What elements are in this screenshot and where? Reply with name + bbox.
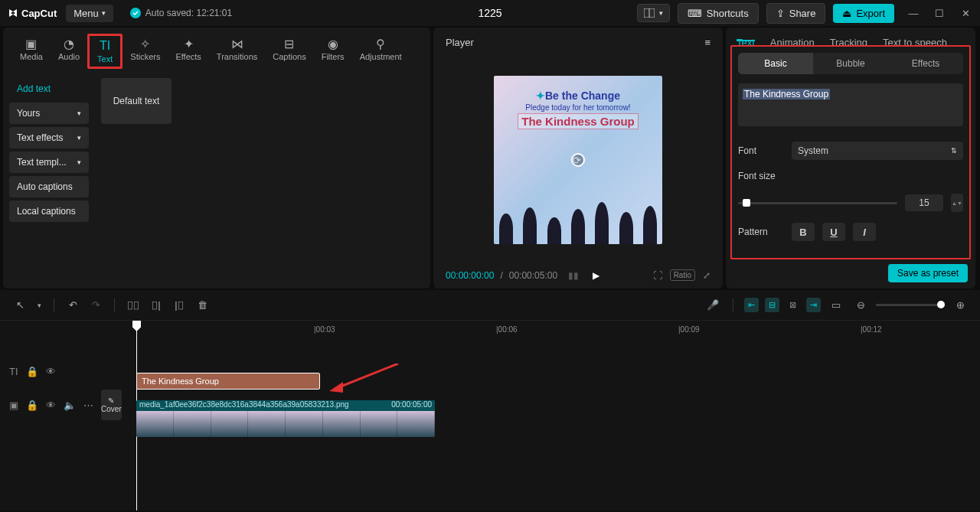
tab-media[interactable]: ▣Media <box>12 34 51 69</box>
close-button[interactable]: ✕ <box>959 8 972 18</box>
properties-panel: Text Animation Tracking Text to speech B… <box>726 28 975 289</box>
timeline-media-clip[interactable]: media_1af0ee36f2c38e8dc316a3844a356a39a0… <box>136 400 435 437</box>
sidebar-auto-captions[interactable]: Auto captions <box>9 176 89 197</box>
subtab-bubble[interactable]: Bubble <box>813 53 888 74</box>
split-tool[interactable]: ⌷⌷ <box>124 296 142 315</box>
sidebar-yours[interactable]: Yours▾ <box>9 103 89 124</box>
font-label: Font <box>738 145 784 156</box>
share-icon: ⇪ <box>776 8 785 19</box>
lock-icon[interactable]: 🔒 <box>26 399 38 411</box>
export-button[interactable]: ⏏Export <box>833 4 894 23</box>
player-menu-icon[interactable]: ≡ <box>704 37 710 48</box>
mic-icon[interactable]: 🎤 <box>704 296 722 315</box>
tab-filters[interactable]: ◉Filters <box>314 34 352 69</box>
player-panel: Player ≡ ✦Be the Change Pledge today for… <box>433 28 723 289</box>
scale-icon[interactable]: ⛶ <box>653 270 662 281</box>
rp-tab-tracking[interactable]: Tracking <box>830 37 867 38</box>
time-current: 00:00:00:00 <box>446 270 494 281</box>
fontsize-stepper[interactable]: ▲▼ <box>951 194 963 212</box>
trim-right-tool[interactable]: |⌷ <box>170 296 188 315</box>
audio-icon: ◔ <box>64 37 74 51</box>
play-button[interactable]: ▶ <box>593 270 599 281</box>
rp-tab-animation[interactable]: Animation <box>770 37 815 38</box>
quality-icon[interactable]: ▮▮ <box>568 270 579 281</box>
rp-tab-tts[interactable]: Text to speech <box>883 37 947 38</box>
player-viewport[interactable]: ✦Be the Change Pledge today for her tomo… <box>433 57 723 262</box>
shortcuts-button[interactable]: ⌨Shortcuts <box>678 3 759 24</box>
timeline-text-clip[interactable]: The Kindness Group <box>136 373 320 390</box>
tab-text[interactable]: TIText <box>87 34 122 69</box>
bold-button[interactable]: B <box>792 223 815 241</box>
zoom-out[interactable]: ⊖ <box>851 296 870 315</box>
zoom-slider[interactable] <box>876 304 945 306</box>
preview-toggle[interactable]: ▭ <box>827 296 845 315</box>
canvas-text-layer[interactable]: The Kindness Group <box>518 113 639 129</box>
snap-toggle-1[interactable]: ⇤ <box>744 298 759 312</box>
player-label: Player <box>446 37 474 48</box>
ratio-button[interactable]: Ratio <box>670 269 695 281</box>
sidebar-add-text[interactable]: Add text <box>9 78 89 99</box>
sidebar-local-captions[interactable]: Local captions <box>9 201 89 222</box>
font-select[interactable]: System⇅ <box>792 142 963 160</box>
media-track-head: ▣ 🔒 👁 🔈 ⋯ ✎Cover <box>0 383 100 426</box>
maximize-button[interactable]: ☐ <box>933 8 946 18</box>
export-icon: ⏏ <box>842 8 851 19</box>
project-title: 1225 <box>478 7 501 19</box>
layout-button[interactable]: ▾ <box>637 4 670 22</box>
autosave-status: Auto saved: 12:21:01 <box>130 8 232 18</box>
share-button[interactable]: ⇪Share <box>766 3 826 24</box>
tab-stickers[interactable]: ✧Stickers <box>122 34 168 69</box>
fontsize-input[interactable]: 15 <box>905 194 943 211</box>
fontsize-slider[interactable] <box>738 202 897 204</box>
effects-icon: ✦ <box>184 37 194 51</box>
snap-toggle-2[interactable]: ⊟ <box>765 298 779 312</box>
media-track-icon: ▣ <box>9 399 18 411</box>
zoom-in[interactable]: ⊕ <box>951 296 969 315</box>
eye-icon[interactable]: 👁 <box>46 399 56 411</box>
transitions-icon: ⋈ <box>231 37 243 51</box>
save-preset-button[interactable]: Save as preset <box>888 264 968 282</box>
eye-icon[interactable]: 👁 <box>46 366 56 377</box>
tab-adjustment[interactable]: ⚲Adjustment <box>352 34 410 69</box>
delete-tool[interactable]: 🗑 <box>193 296 211 315</box>
undo-button[interactable]: ↶ <box>64 296 82 315</box>
select-tool[interactable]: ↖ <box>11 296 29 315</box>
canvas-subtitle: Pledge today for her tomorrow! <box>525 103 630 112</box>
text-track-icon: TI <box>9 366 18 377</box>
preset-default-text[interactable]: Default text <box>101 78 172 124</box>
underline-button[interactable]: U <box>822 223 845 241</box>
italic-button[interactable]: I <box>853 223 876 241</box>
fullscreen-icon[interactable]: ⤢ <box>703 270 710 281</box>
more-icon[interactable]: ⋯ <box>83 399 93 411</box>
snap-toggle-4[interactable]: ⇥ <box>806 298 821 312</box>
fontsize-label: Font size <box>738 171 963 181</box>
minimize-button[interactable]: — <box>906 8 920 18</box>
rp-tab-text[interactable]: Text <box>737 37 755 41</box>
snap-toggle-3[interactable]: ⊠ <box>786 298 800 312</box>
menu-button[interactable]: Menu▾ <box>66 5 113 22</box>
canvas-title: ✦Be the Change <box>536 90 620 102</box>
text-track-head: TI 🔒 👁 <box>0 359 100 383</box>
select-tool-dropdown[interactable]: ▾ <box>34 296 44 315</box>
redo-button[interactable]: ↷ <box>87 296 105 315</box>
lock-icon[interactable]: 🔒 <box>26 366 38 377</box>
trim-left-tool[interactable]: ⌷| <box>147 296 165 315</box>
sidebar-text-templates[interactable]: Text templ...▾ <box>9 152 89 173</box>
rotate-handle[interactable]: ⟳ <box>571 153 585 167</box>
timeline-ruler[interactable]: |00:03 |00:06 |00:09 |00:12 <box>100 321 980 339</box>
tab-effects[interactable]: ✦Effects <box>168 34 208 69</box>
canvas-image <box>494 198 662 244</box>
text-content-input[interactable]: The Kindness Group <box>738 83 963 126</box>
tab-transitions[interactable]: ⋈Transitions <box>209 34 265 69</box>
app-logo: CapCut <box>8 8 57 19</box>
sidebar-text-effects[interactable]: Text effects▾ <box>9 127 89 148</box>
time-total: 00:00:05:00 <box>509 270 557 281</box>
mute-icon[interactable]: 🔈 <box>64 399 76 411</box>
keyboard-icon: ⌨ <box>688 8 702 19</box>
subtab-basic[interactable]: Basic <box>738 53 813 74</box>
tab-audio[interactable]: ◔Audio <box>51 34 87 69</box>
tab-captions[interactable]: ⊟Captions <box>265 34 313 69</box>
subtab-effects[interactable]: Effects <box>888 53 963 74</box>
pattern-label: Pattern <box>738 227 784 237</box>
canvas[interactable]: ✦Be the Change Pledge today for her tomo… <box>494 76 662 244</box>
